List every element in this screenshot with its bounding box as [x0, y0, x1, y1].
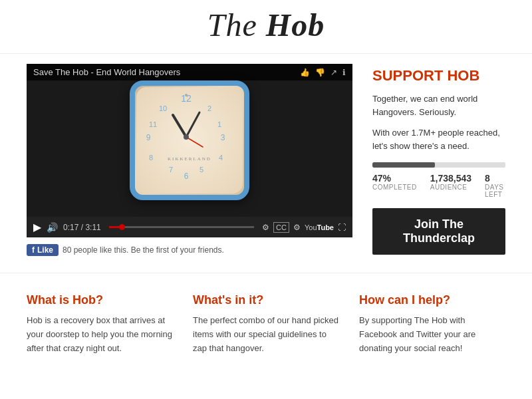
support-text-2: With over 1.7M+ people reached, let's sh…	[372, 126, 505, 152]
svg-point-15	[184, 134, 189, 140]
video-title: Save The Hob - End World Hangovers	[33, 67, 180, 77]
stat-audience-value: 1,738,543	[430, 173, 471, 184]
support-title: SUPPORT HOB	[372, 67, 505, 84]
time-display: 0:17 / 3:11	[63, 223, 101, 232]
share-icon[interactable]: ↗	[331, 68, 337, 77]
fullscreen-icon[interactable]: ⛶	[338, 223, 346, 232]
settings-icon[interactable]: ⚙	[262, 223, 269, 232]
cc-button[interactable]: CC	[273, 222, 289, 233]
video-progress-dot	[119, 224, 125, 230]
progress-bar-fill	[372, 162, 435, 168]
stat-completed: 47% COMPLETED	[372, 173, 417, 198]
video-action-icons[interactable]: 👍 👎 ↗ ℹ	[300, 68, 346, 77]
thumbs-up-icon[interactable]: 👍	[300, 68, 310, 77]
svg-point-16	[185, 94, 188, 96]
facebook-like-count: 80 people like this. Be the first of you…	[63, 245, 224, 255]
facebook-icon: f	[32, 245, 35, 255]
stat-completed-label: COMPLETED	[372, 184, 417, 191]
col-2-text: The perfect combo of our hand picked ite…	[193, 314, 339, 355]
progress-bar-background	[372, 162, 505, 168]
col-1-text: Hob is a recovery box that arrives at yo…	[27, 314, 173, 355]
join-thunderclap-button[interactable]: Join The Thunderclap	[372, 208, 505, 255]
video-progress-bar[interactable]	[109, 226, 254, 228]
svg-text:2: 2	[207, 104, 211, 112]
clock-brand: KIKKERLAND	[168, 156, 211, 162]
stat-audience-label: AUDIENCE	[430, 184, 471, 191]
col-1-title: What is Hob?	[27, 293, 173, 307]
stat-days-value: 8	[485, 173, 505, 184]
thumbs-down-icon[interactable]: 👎	[315, 68, 325, 77]
volume-icon[interactable]: 🔊	[47, 222, 58, 233]
svg-text:1: 1	[217, 120, 221, 128]
video-right-controls: ⚙ CC ⚙ YouTube ⛶	[262, 222, 346, 233]
col-2-title: What's in it?	[193, 293, 339, 307]
support-text-1: Together, we can end world Hangovers. Se…	[372, 92, 505, 118]
column-what-is-hob: What is Hob? Hob is a recovery box that …	[27, 293, 173, 355]
svg-line-14	[186, 137, 203, 147]
info-icon[interactable]: ℹ	[342, 68, 346, 77]
col-3-title: How can I help?	[359, 293, 505, 307]
svg-text:7: 7	[169, 166, 173, 174]
video-section: Save The Hob - End World Hangovers 👍 👎 ↗…	[27, 64, 352, 256]
stat-completed-value: 47%	[372, 173, 417, 184]
svg-text:10: 10	[159, 104, 167, 112]
header: The Hob	[0, 0, 532, 54]
clock-outer: 12 3 6 9 10 2 4 8 7 5 1 11	[130, 80, 249, 200]
col-3-text: By supporting The Hob with Facebook and …	[359, 314, 505, 355]
like-label: Like	[37, 245, 53, 255]
svg-line-13	[186, 112, 200, 137]
svg-text:11: 11	[149, 120, 157, 128]
site-title: The Hob	[0, 7, 532, 43]
progress-stats: 47% COMPLETED 1,738,543 AUDIENCE 8 DAYS …	[372, 173, 505, 198]
svg-text:5: 5	[200, 166, 203, 174]
three-columns: What is Hob? Hob is a recovery box that …	[0, 273, 532, 368]
column-whats-in-it: What's in it? The perfect combo of our h…	[193, 293, 339, 355]
clock-face: 12 3 6 9 10 2 4 8 7 5 1 11	[136, 87, 243, 194]
main-content: Save The Hob - End World Hangovers 👍 👎 ↗…	[0, 54, 532, 266]
clock-svg: 12 3 6 9 10 2 4 8 7 5 1 11	[136, 87, 236, 187]
column-how-help: How can I help? By supporting The Hob wi…	[359, 293, 505, 355]
video-controls: ▶ 🔊 0:17 / 3:11 ⚙ CC ⚙ YouTube ⛶	[27, 217, 352, 237]
svg-text:8: 8	[149, 154, 153, 162]
video-thumbnail: 12 3 6 9 10 2 4 8 7 5 1 11	[27, 64, 352, 217]
stat-audience: 1,738,543 AUDIENCE	[430, 173, 471, 198]
svg-line-12	[173, 115, 186, 137]
svg-text:4: 4	[219, 154, 223, 162]
svg-text:9: 9	[146, 133, 151, 142]
support-section: SUPPORT HOB Together, we can end world H…	[372, 64, 505, 256]
progress-section: 47% COMPLETED 1,738,543 AUDIENCE 8 DAYS …	[372, 162, 505, 198]
video-top-bar: Save The Hob - End World Hangovers 👍 👎 ↗…	[27, 64, 352, 80]
youtube-icon[interactable]: YouTube	[305, 223, 334, 231]
stat-days-left: 8 DAYS LEFT	[485, 173, 505, 198]
svg-text:3: 3	[221, 133, 225, 142]
svg-text:6: 6	[184, 172, 189, 181]
facebook-bar: f Like 80 people like this. Be the first…	[27, 244, 352, 256]
video-container[interactable]: Save The Hob - End World Hangovers 👍 👎 ↗…	[27, 64, 352, 237]
stat-days-label: DAYS LEFT	[485, 184, 505, 198]
quality-icon[interactable]: ⚙	[293, 223, 301, 232]
facebook-like-button[interactable]: f Like	[27, 244, 59, 256]
play-button[interactable]: ▶	[33, 221, 41, 233]
